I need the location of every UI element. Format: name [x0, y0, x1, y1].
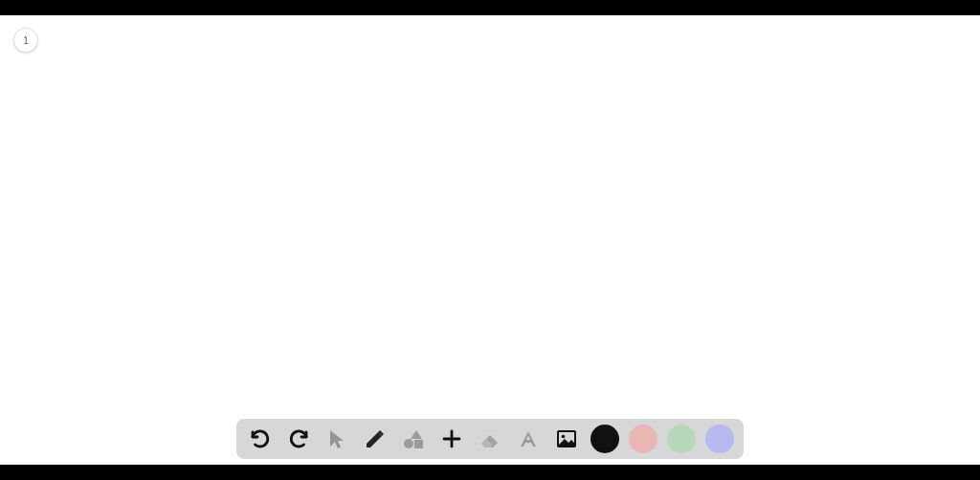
svg-point-3	[562, 435, 566, 439]
page-number-label: 1	[23, 35, 29, 46]
undo-button[interactable]	[246, 425, 275, 453]
image-icon	[555, 427, 578, 450]
text-tool-button[interactable]	[514, 425, 543, 453]
color-swatch-green[interactable]	[667, 425, 696, 453]
shapes-tool-button[interactable]	[399, 425, 428, 453]
undo-icon	[249, 427, 272, 450]
color-swatch-purple[interactable]	[705, 425, 734, 453]
add-button[interactable]	[437, 425, 466, 453]
eraser-tool-button[interactable]	[476, 425, 504, 453]
plus-icon	[440, 427, 463, 450]
svg-rect-1	[414, 440, 423, 448]
select-tool-button[interactable]	[323, 425, 351, 453]
pencil-icon	[364, 427, 387, 450]
redo-button[interactable]	[284, 425, 313, 453]
redo-icon	[287, 427, 310, 450]
pencil-tool-button[interactable]	[361, 425, 390, 453]
eraser-icon	[479, 427, 501, 450]
svg-point-0	[404, 439, 413, 448]
image-tool-button[interactable]	[552, 425, 581, 453]
shapes-icon	[402, 427, 425, 450]
canvas-area[interactable]	[0, 15, 980, 465]
color-swatch-pink[interactable]	[629, 425, 657, 453]
toolbar	[236, 419, 744, 459]
color-swatch-black[interactable]	[590, 425, 619, 453]
cursor-icon	[325, 427, 348, 450]
page-number-badge[interactable]: 1	[13, 28, 38, 53]
text-icon	[517, 427, 540, 450]
